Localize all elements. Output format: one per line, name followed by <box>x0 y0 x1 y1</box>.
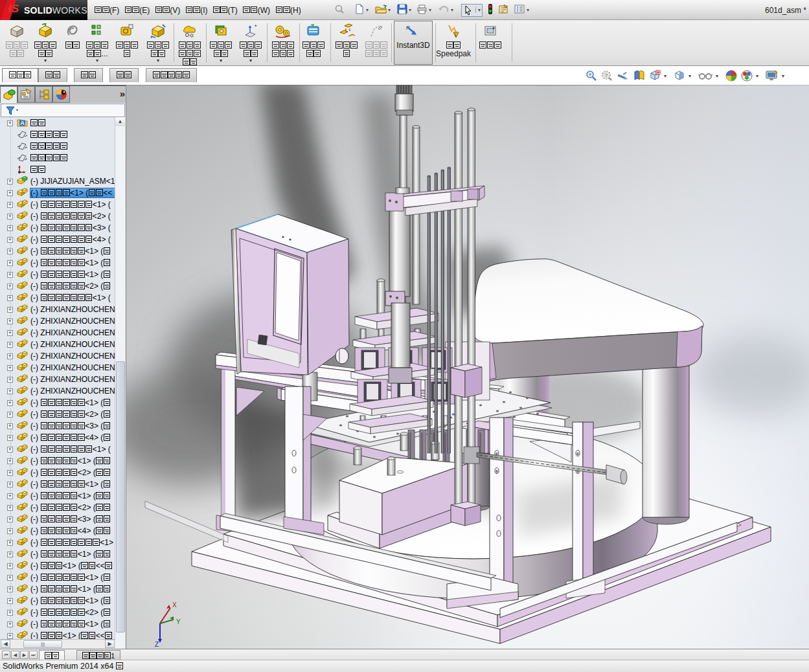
svg-text:Z: Z <box>155 641 159 648</box>
svg-text:*: * <box>255 23 257 30</box>
svg-text:!: ! <box>455 33 457 38</box>
svg-text:Y: Y <box>176 618 181 625</box>
svg-text:?: ? <box>605 73 608 78</box>
svg-text:A: A <box>20 120 25 126</box>
svg-text:X: X <box>172 601 177 609</box>
